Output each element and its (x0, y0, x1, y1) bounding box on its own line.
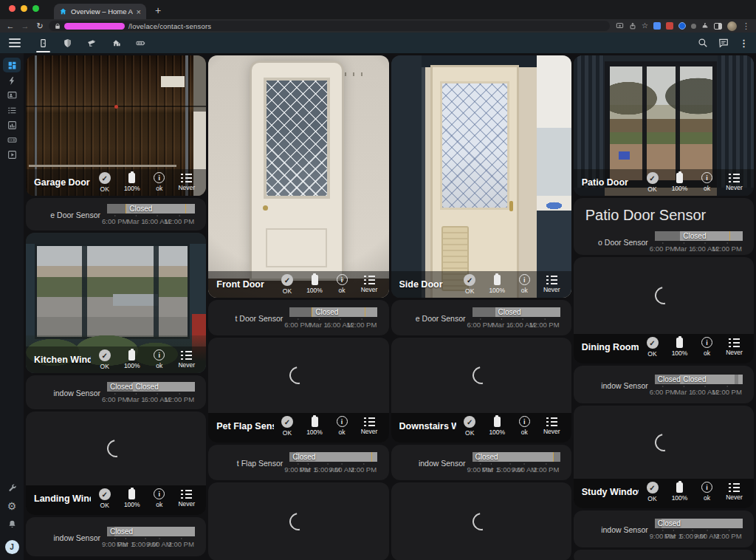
translate-extension-icon[interactable] (653, 22, 661, 30)
overflow-menu-icon[interactable]: ⋮ (739, 38, 749, 49)
status-badge[interactable]: ✓OK (91, 172, 118, 193)
side-door-photo[interactable] (391, 55, 571, 298)
info-badge[interactable]: iok (329, 274, 356, 295)
battery-badge[interactable]: 100% (484, 274, 511, 295)
status-badge[interactable]: ✓OK (91, 349, 118, 370)
last-changed-badge[interactable]: Never (356, 416, 383, 437)
reload-button[interactable]: ↻ (34, 20, 46, 32)
info-badge[interactable]: iok (693, 172, 721, 193)
state-timeline[interactable]: Closed9:00 PMMar 15:00 AM9:00 AM2:00 PM (107, 527, 195, 549)
loading-card[interactable] (391, 482, 571, 560)
battery-badge[interactable]: 100% (666, 482, 693, 502)
camera-card-patio-door[interactable]: Patio Door ✓OK 100% iok Never (574, 55, 754, 196)
search-icon[interactable] (698, 38, 708, 48)
history-card-washroom[interactable]: indow Sensor Closed9:00 PMMar 15:00 AM9:… (391, 445, 571, 480)
close-tab-icon[interactable]: × (137, 8, 141, 16)
sidebar-item-history[interactable] (3, 119, 21, 132)
forward-button[interactable]: → (19, 20, 31, 32)
battery-badge[interactable]: 100% (484, 416, 511, 437)
last-changed-badge[interactable]: Never (721, 172, 748, 193)
state-timeline[interactable]: Closed9:00 PMMar 15:00 AM9:00 AM2:00 PM (655, 519, 743, 541)
bookmark-star-icon[interactable]: ☆ (642, 21, 648, 30)
camera-card-side-door[interactable]: Side Door ✓OK 100% iok Never (391, 55, 571, 298)
sidebar-item-energy[interactable] (3, 75, 21, 87)
info-badge[interactable]: iok (145, 488, 173, 509)
last-changed-badge[interactable]: Never (173, 488, 200, 509)
view-tab-cameras[interactable] (80, 33, 104, 53)
bell-icon[interactable] (7, 519, 17, 529)
camera-card-front-door[interactable]: Front Door ✓OK 100% iok Never (208, 55, 388, 298)
camera-card-landing-window[interactable]: Landing Window ✓OK 100% iok Never (26, 412, 206, 515)
camera-card-washroom-window[interactable]: Downstairs Washroom Window ✓OK 100% iok … (391, 338, 571, 443)
status-badge[interactable]: ✓OK (639, 337, 666, 358)
battery-badge[interactable]: 100% (666, 172, 693, 193)
info-badge[interactable]: iok (693, 337, 721, 358)
browser-profile-avatar[interactable] (727, 21, 737, 31)
state-timeline[interactable]: Closed6:00 PMMar 16:00 AM12:00 PM (472, 307, 560, 329)
history-card-dining[interactable]: indow Sensor ClosedClosed6:00 PMMar 16:0… (574, 366, 754, 403)
battery-badge[interactable]: 100% (666, 337, 693, 358)
history-card-patio[interactable]: Patio Door Sensor o Door Sensor Closed6:… (574, 198, 754, 255)
info-badge[interactable]: iok (329, 416, 356, 437)
extensions-puzzle-icon[interactable] (701, 22, 709, 30)
send-to-device-icon[interactable] (616, 22, 624, 30)
info-badge[interactable]: iok (693, 482, 721, 502)
last-changed-badge[interactable]: Never (721, 482, 748, 502)
browser-menu-icon[interactable]: ⋮ (742, 21, 750, 30)
new-tab-button[interactable]: + (155, 4, 161, 19)
battery-badge[interactable]: 100% (118, 488, 145, 509)
last-changed-badge[interactable]: Never (173, 172, 200, 193)
small-extension-icon[interactable] (691, 24, 696, 29)
last-changed-badge[interactable]: Never (173, 349, 200, 370)
camera-card-kitchen-window[interactable]: Kitchen Window ✓OK 100% iok Never (26, 233, 206, 373)
camera-card-pet-flap[interactable]: Pet Flap Sensor ✓OK 100% iok Never (208, 338, 388, 443)
history-card-study[interactable]: indow Sensor Closed9:00 PMMar 15:00 AM9:… (574, 511, 754, 547)
info-badge[interactable]: iok (511, 416, 538, 437)
back-button[interactable]: ← (4, 20, 16, 32)
info-badge[interactable]: iok (511, 274, 538, 295)
sidebar-item-media[interactable] (3, 148, 21, 161)
info-badge[interactable]: iok (145, 349, 173, 370)
battery-badge[interactable]: 100% (301, 416, 329, 437)
last-changed-badge[interactable]: Never (538, 274, 566, 295)
browser-tab[interactable]: Overview – Home Assistant × (54, 4, 146, 19)
side-panel-icon[interactable] (714, 23, 722, 30)
state-timeline[interactable]: Closed6:00 PMMar 16:00 AM12:00 PM (107, 204, 195, 226)
state-timeline[interactable]: ClosedClosed6:00 PMMar 16:00 AM12:00 PM (655, 375, 743, 397)
view-tab-battery[interactable] (128, 33, 153, 53)
history-card-garage[interactable]: e Door Sensor Closed6:00 PMMar 16:00 AM1… (26, 198, 206, 231)
history-card-landing[interactable]: indow Sensor Closed9:00 PMMar 15:00 AM9:… (26, 517, 206, 556)
state-timeline[interactable]: Closed9:00 PMMar 15:00 AM9:00 AM2:00 PM (289, 452, 377, 474)
address-bar[interactable]: /lovelace/contact-sensors (49, 21, 610, 31)
view-tab-security[interactable] (55, 33, 80, 53)
front-door-photo[interactable] (208, 55, 388, 298)
battery-badge[interactable]: 100% (118, 172, 145, 193)
profile-avatar[interactable]: J (5, 540, 19, 554)
state-timeline[interactable]: Closed6:00 PMMar 16:00 AM12:00 PM (655, 231, 743, 253)
history-card-front[interactable]: t Door Sensor Closed6:00 PMMar 16:00 AM1… (208, 300, 388, 335)
loading-card[interactable] (208, 482, 388, 560)
status-badge[interactable]: ✓OK (639, 482, 666, 502)
red-extension-icon[interactable] (666, 22, 673, 30)
sidebar-item-cameras[interactable] (3, 89, 21, 102)
view-tab-doors[interactable] (31, 33, 55, 53)
password-extension-icon[interactable] (678, 22, 686, 30)
last-changed-badge[interactable]: Never (538, 416, 566, 437)
camera-card-study-window[interactable]: Study Window ✓OK 100% iok Never (574, 406, 754, 508)
partial-card[interactable] (574, 550, 754, 560)
state-timeline[interactable]: ClosedClosed6:00 PMMar 16:00 AM12:00 PM (107, 382, 195, 404)
camera-card-garage-door[interactable]: Garage Door ✓OK 100% iok Never (26, 55, 206, 196)
status-badge[interactable]: ✓OK (639, 172, 666, 193)
status-badge[interactable]: ✓OK (456, 416, 484, 437)
history-card-petflap[interactable]: t Flap Sensor Closed9:00 PMMar 15:00 AM9… (208, 445, 388, 480)
battery-badge[interactable]: 100% (301, 274, 329, 295)
sidebar-item-nas[interactable] (3, 134, 21, 146)
status-badge[interactable]: ✓OK (274, 416, 301, 437)
sidebar-toggle[interactable] (9, 38, 21, 47)
info-badge[interactable]: iok (145, 172, 173, 193)
last-changed-badge[interactable]: Never (721, 337, 748, 358)
assist-icon[interactable] (718, 38, 729, 48)
status-badge[interactable]: ✓OK (456, 274, 484, 295)
share-icon[interactable] (629, 22, 636, 30)
close-window-button[interactable] (9, 5, 16, 12)
